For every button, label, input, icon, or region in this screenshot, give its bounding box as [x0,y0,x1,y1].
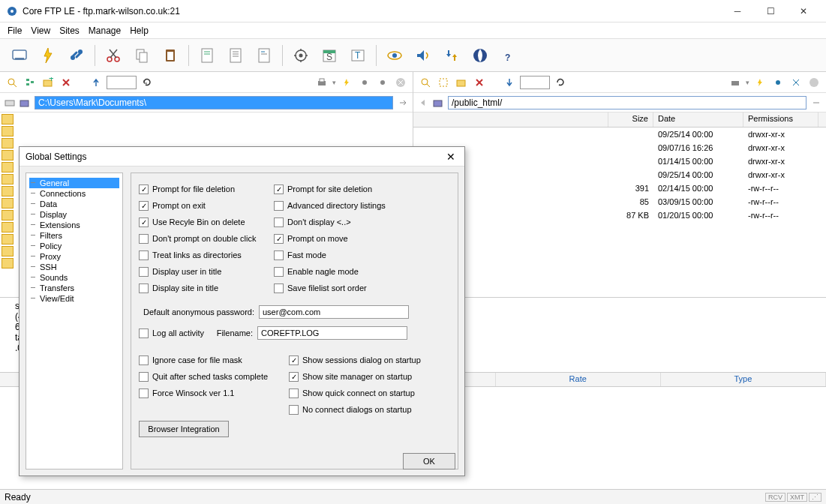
upload-icon[interactable] [89,75,104,90]
dialog-close-button[interactable]: ✕ [443,149,458,164]
cut-icon[interactable] [101,44,125,68]
remote-path-input[interactable] [448,96,806,110]
close-button[interactable]: ✕ [787,1,820,22]
checkbox[interactable] [289,388,299,398]
search-icon[interactable] [418,75,433,90]
resize-grip[interactable]: ⋰ [809,493,821,502]
remote-file-list[interactable]: Size Date Permissions 09/25/14 00:00drwx… [413,112,826,297]
checkbox[interactable] [139,250,149,260]
menu-manage[interactable]: Manage [89,26,121,36]
tree-item-filters[interactable]: Filters [29,230,119,241]
folder-up-icon[interactable] [20,98,30,108]
checkbox[interactable] [139,388,149,398]
checkbox[interactable] [274,284,284,293]
template-icon[interactable]: T [346,44,370,68]
doc3-icon[interactable] [252,44,276,68]
checkbox[interactable] [139,372,149,382]
help-icon[interactable]: ? [497,44,521,68]
drive-icon[interactable] [5,98,15,108]
menu-view[interactable]: View [31,26,50,36]
checkbox[interactable] [139,218,149,227]
log-filename-input[interactable] [257,326,407,340]
tree-item-display[interactable]: Display [29,209,119,220]
log-all-checkbox[interactable] [139,328,149,338]
file-row[interactable]: 39102/14/15 00:00-rw-r--r-- [413,182,826,195]
checkbox[interactable] [139,284,149,293]
tree-item-connections[interactable]: Connections [29,188,119,199]
connect-icon[interactable] [8,44,32,68]
pin1-icon[interactable] [357,75,372,90]
pin2-icon[interactable] [375,75,390,90]
select-icon[interactable] [436,75,451,90]
menu-help[interactable]: Help [130,26,149,36]
checkbox[interactable] [274,218,284,227]
checkbox[interactable] [274,234,284,244]
back-icon[interactable] [418,98,428,108]
copy-icon[interactable] [130,44,154,68]
schedule-icon[interactable]: S [317,44,341,68]
anon-password-input[interactable] [259,305,409,319]
checkbox[interactable] [274,201,284,211]
filter-input[interactable] [107,76,137,89]
disconnect-icon[interactable] [65,44,89,68]
printer-icon[interactable] [728,75,743,90]
file-row[interactable]: 87 KB01/20/15 00:00-rw-r--r-- [413,208,826,222]
checkbox[interactable] [289,405,299,415]
tree-item-extensions[interactable]: Extensions [29,220,119,230]
pin-icon[interactable] [770,75,785,90]
tree-item-general[interactable]: General [29,178,119,188]
stop-icon[interactable] [806,75,821,90]
tree-item-policy[interactable]: Policy [29,241,119,251]
bolt-icon[interactable] [752,75,767,90]
browser-integration-button[interactable]: Browser Integration [139,421,229,437]
checkbox[interactable] [274,184,284,194]
tree-item-ssh[interactable]: SSH [29,262,119,272]
file-row[interactable]: 09/25/14 00:00drwxr-xr-x [413,128,826,141]
local-path-input[interactable] [35,96,393,110]
checkbox[interactable] [274,250,284,260]
maximize-button[interactable]: ☐ [754,1,787,22]
refresh-icon[interactable] [140,75,155,90]
sound-icon[interactable] [411,44,435,68]
tree-icon[interactable] [23,75,38,90]
printer-icon[interactable] [314,75,329,90]
remote-filter-input[interactable] [520,76,550,89]
stop-icon[interactable] [393,75,408,90]
checkbox[interactable] [139,234,149,244]
tree-item-view-edit[interactable]: View/Edit [29,293,119,304]
globe-icon[interactable] [468,44,492,68]
file-row[interactable]: 09/07/16 16:26drwxr-xr-x [413,141,826,154]
doc2-icon[interactable] [224,44,248,68]
go-icon[interactable] [811,98,821,108]
delete-icon[interactable] [472,75,487,90]
delete-icon[interactable] [59,75,74,90]
download-icon[interactable] [502,75,517,90]
checkbox[interactable] [139,267,149,277]
go-icon[interactable] [398,98,408,108]
bolt-icon[interactable] [339,75,354,90]
file-row[interactable]: 01/14/15 00:00drwxr-xr-x [413,154,826,168]
folder-icon[interactable] [433,98,443,108]
menu-file[interactable]: File [8,26,22,36]
paste-icon[interactable] [158,44,182,68]
settings-icon[interactable] [289,44,313,68]
sync-icon[interactable] [440,44,464,68]
new-folder-icon[interactable] [454,75,469,90]
ok-button[interactable]: OK [403,453,455,470]
search-icon[interactable] [5,75,20,90]
refresh-icon[interactable] [553,75,568,90]
tree-item-proxy[interactable]: Proxy [29,251,119,262]
menu-sites[interactable]: Sites [59,26,80,36]
tree-item-sounds[interactable]: Sounds [29,272,119,283]
minimize-button[interactable]: ─ [721,1,754,22]
eye-icon[interactable] [383,44,407,68]
checkbox[interactable] [274,267,284,277]
checkbox[interactable] [139,356,149,365]
tree-item-transfers[interactable]: Transfers [29,283,119,293]
checkbox[interactable] [139,184,149,194]
checkbox[interactable] [139,201,149,211]
doc1-icon[interactable] [195,44,219,68]
file-row[interactable]: 09/25/14 00:00drwxr-xr-x [413,168,826,182]
checkbox[interactable] [289,372,299,382]
new-folder-icon[interactable]: + [41,75,56,90]
